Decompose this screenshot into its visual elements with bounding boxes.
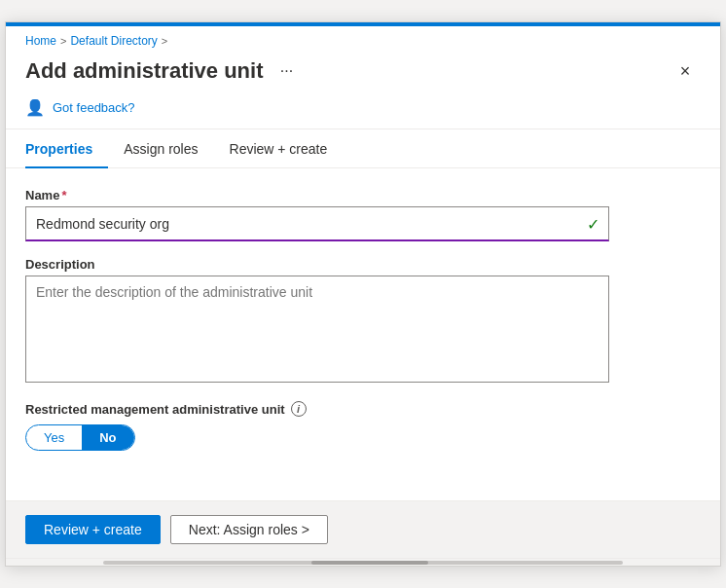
tab-review-create[interactable]: Review + create bbox=[214, 129, 344, 168]
scrollbar-thumb[interactable] bbox=[311, 561, 428, 565]
name-input-wrapper: ✓ bbox=[25, 206, 609, 241]
name-label: Name* bbox=[25, 188, 701, 202]
next-assign-roles-button[interactable]: Next: Assign roles > bbox=[170, 515, 328, 544]
feedback-row[interactable]: 👤 Got feedback? bbox=[6, 98, 720, 129]
description-field-group: Description bbox=[25, 257, 701, 386]
toggle-no-button[interactable]: No bbox=[82, 425, 133, 450]
review-create-button[interactable]: Review + create bbox=[25, 515, 161, 544]
tabs-row: Properties Assign roles Review + create bbox=[6, 129, 720, 168]
restricted-field-group: Restricted management administrative uni… bbox=[25, 401, 701, 451]
scrollbar-track bbox=[103, 561, 623, 565]
restricted-label: Restricted management administrative uni… bbox=[25, 401, 701, 417]
name-input[interactable] bbox=[25, 206, 609, 241]
breadcrumb-directory[interactable]: Default Directory bbox=[70, 34, 157, 48]
ellipsis-button[interactable]: ··· bbox=[272, 57, 300, 85]
toggle-group: Yes No bbox=[25, 424, 135, 451]
breadcrumb-sep2: > bbox=[162, 35, 167, 47]
feedback-label: Got feedback? bbox=[53, 100, 135, 115]
feedback-icon: 👤 bbox=[25, 98, 45, 117]
modal-container: Home > Default Directory > Add administr… bbox=[5, 21, 721, 567]
scrollbar-row bbox=[6, 558, 720, 566]
page-title: Add administrative unit bbox=[25, 58, 263, 84]
tab-assign-roles[interactable]: Assign roles bbox=[108, 129, 213, 168]
header-row: Add administrative unit ··· × bbox=[6, 52, 720, 98]
description-label: Description bbox=[25, 257, 701, 272]
tab-properties[interactable]: Properties bbox=[25, 129, 108, 168]
breadcrumb-home[interactable]: Home bbox=[25, 34, 56, 48]
form-area: Name* ✓ Description Restricted managemen… bbox=[6, 168, 720, 500]
breadcrumb-sep1: > bbox=[60, 35, 66, 47]
info-icon[interactable]: i bbox=[291, 401, 307, 417]
name-required: * bbox=[61, 188, 66, 202]
close-button[interactable]: × bbox=[670, 55, 701, 87]
name-check-icon: ✓ bbox=[587, 215, 599, 234]
toggle-yes-button[interactable]: Yes bbox=[26, 425, 82, 450]
description-input[interactable] bbox=[25, 276, 609, 383]
name-field-group: Name* ✓ bbox=[25, 188, 701, 241]
title-area: Add administrative unit ··· bbox=[25, 57, 300, 85]
footer: Review + create Next: Assign roles > bbox=[6, 500, 720, 558]
breadcrumb: Home > Default Directory > bbox=[6, 26, 720, 52]
